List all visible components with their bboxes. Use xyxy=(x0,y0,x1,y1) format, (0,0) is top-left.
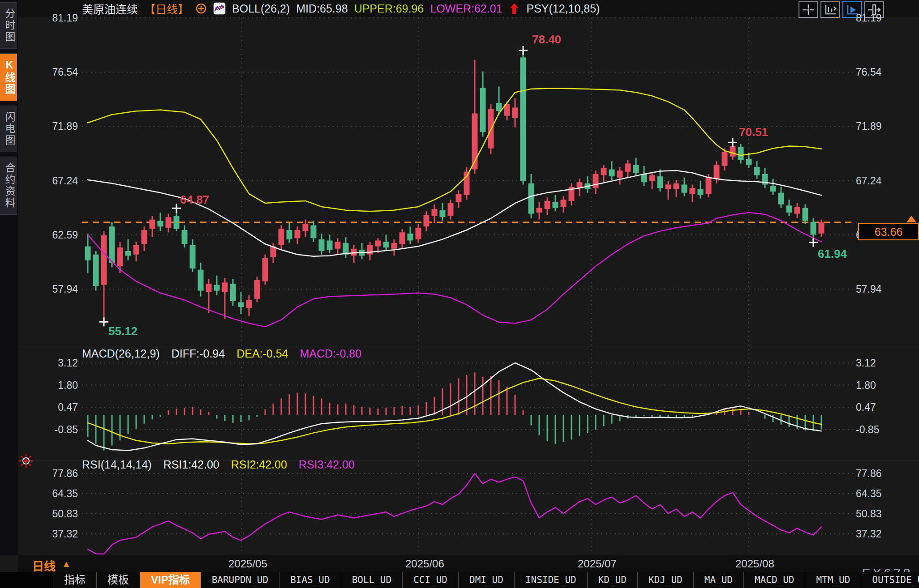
macd-axis-label: 3.12 xyxy=(856,357,919,369)
macd-axis-label: -0.85 xyxy=(856,424,919,435)
add-indicator-icon[interactable] xyxy=(195,3,207,14)
boll-upper-value: UPPER:69.96 xyxy=(354,2,424,15)
x-axis-row xyxy=(18,555,919,573)
kline-chart-app: 美原油连续 【日线】 BOLL(26,2) MID:65.98 UPPER:69… xyxy=(0,0,919,588)
price-axis-label: 76.54 xyxy=(856,66,919,78)
tab-bias_ud[interactable]: BIAS_UD xyxy=(279,572,341,588)
low-price-marker: 55.12 xyxy=(108,324,137,338)
macd-hist-value: MACD:-0.80 xyxy=(300,347,362,360)
indicator-tab-bar: 指标模板VIP指标BARUPDN_UDBIAS_UDBOLL_UDCCI_UDD… xyxy=(0,572,919,588)
tab-kdj_ud[interactable]: KDJ_UD xyxy=(637,572,693,588)
high-price-marker: 70.51 xyxy=(739,125,768,139)
pane-separator xyxy=(18,346,919,346)
rsi-pane-label: RSI(14,14,14) RSI1:42.00 RSI2:42.00 RSI3… xyxy=(82,458,355,471)
tab-cci_ud[interactable]: CCI_UD xyxy=(402,572,458,588)
month-label: 2025/07 xyxy=(578,558,617,570)
rsi3-value: RSI3:42.00 xyxy=(299,458,355,471)
live-indicator-icon xyxy=(18,453,34,471)
month-label: 2025/05 xyxy=(228,558,267,570)
macd-axis-label: 1.80 xyxy=(0,379,78,391)
tab-vip[interactable]: VIP指标 xyxy=(140,572,201,588)
tab-macd_ud[interactable]: MACD_UD xyxy=(743,572,805,588)
price-axis-label: 57.94 xyxy=(856,283,919,295)
macd-params: MACD(26,12,9) xyxy=(82,347,160,360)
tab-inside_ud[interactable]: INSIDE_UD xyxy=(514,572,587,588)
crosshair-tool-icon[interactable] xyxy=(799,1,818,18)
macd-pane-label: MACD(26,12,9) DIFF:-0.94 DEA:-0.54 MACD:… xyxy=(82,347,361,360)
price-axis-label: 81.19 xyxy=(0,12,78,24)
month-label: 2025/08 xyxy=(735,558,774,570)
tab-barupdn_ud[interactable]: BARUPDN_UD xyxy=(201,572,279,588)
rsi-axis-label: 77.86 xyxy=(856,468,919,479)
price-axis-label: 67.24 xyxy=(856,175,919,187)
macd-axis-label: 0.47 xyxy=(856,401,919,413)
tab-ma_ud[interactable]: MA_UD xyxy=(693,572,743,588)
tab-boll_ud[interactable]: BOLL_UD xyxy=(341,572,403,588)
tab-outside_ud[interactable]: OUTSIDE_UD xyxy=(861,572,919,588)
period-tag: 【日线】 xyxy=(144,0,189,17)
macd-diff-value: DIFF:-0.94 xyxy=(172,347,225,360)
symbol-name: 美原油连续 xyxy=(82,0,138,17)
price-axis-label: 67.24 xyxy=(0,175,78,187)
period-arrow-icon[interactable]: ▲ xyxy=(62,559,71,569)
signal-up-arrow-icon xyxy=(508,2,520,15)
low-price-marker: 61.94 xyxy=(818,247,847,261)
last-price-tag: 63.66 xyxy=(858,223,919,240)
macd-axis-label: 1.80 xyxy=(856,379,919,391)
rsi-axis-label: 77.86 xyxy=(0,468,78,479)
tab-[interactable]: 指标 xyxy=(53,572,96,588)
title-bar: 美原油连续 【日线】 BOLL(26,2) MID:65.98 UPPER:69… xyxy=(0,0,919,17)
boll-chart-icon[interactable] xyxy=(213,2,226,15)
high-price-marker: 64.87 xyxy=(180,193,209,207)
rsi-axis-label: 50.83 xyxy=(0,508,78,520)
price-axis-label: 71.89 xyxy=(856,120,919,132)
tab-kd_ud[interactable]: KD_UD xyxy=(587,572,637,588)
rsi2-value: RSI2:42.00 xyxy=(231,458,287,471)
boll-mid-value: MID:65.98 xyxy=(296,2,348,15)
month-label: 2025/06 xyxy=(405,558,444,570)
psy-params: PSY(12,10,85) xyxy=(526,2,600,15)
tab-mtm_ud[interactable]: MTM_UD xyxy=(805,572,861,588)
rsi-axis-label: 37.32 xyxy=(0,528,78,540)
rsi-params: RSI(14,14,14) xyxy=(82,458,152,471)
rsi1-value: RSI1:42.00 xyxy=(163,458,219,471)
macd-axis-label: 0.47 xyxy=(0,401,78,413)
price-axis-label: 62.59 xyxy=(0,229,78,241)
rsi-axis-label: 50.83 xyxy=(856,508,919,520)
macd-axis-label: -0.85 xyxy=(0,424,78,435)
price-axis-label: 76.54 xyxy=(0,66,78,78)
tab-dmi_ud[interactable]: DMI_UD xyxy=(458,572,514,588)
boll-params: BOLL(26,2) xyxy=(232,2,290,15)
sidebar-item-分时图[interactable]: 分时图 xyxy=(0,2,17,49)
price-axis-label: 71.89 xyxy=(0,120,78,132)
macd-axis-label: 3.12 xyxy=(0,357,78,369)
macd-dea-value: DEA:-0.54 xyxy=(236,347,288,360)
period-selector[interactable]: 日线 xyxy=(32,557,56,574)
tab-[interactable]: 模板 xyxy=(96,572,140,588)
rsi-axis-label: 37.32 xyxy=(856,528,919,540)
price-axis-label: 81.19 xyxy=(856,12,919,24)
rsi-axis-label: 64.35 xyxy=(856,488,919,499)
boll-lower-value: LOWER:62.01 xyxy=(430,2,502,15)
price-up-arrow-icon xyxy=(906,216,916,222)
high-price-marker: 78.40 xyxy=(532,33,561,47)
rsi-axis-label: 64.35 xyxy=(0,488,78,499)
axis-scale-tool-icon[interactable] xyxy=(820,1,840,18)
price-axis-label: 57.94 xyxy=(0,283,78,295)
